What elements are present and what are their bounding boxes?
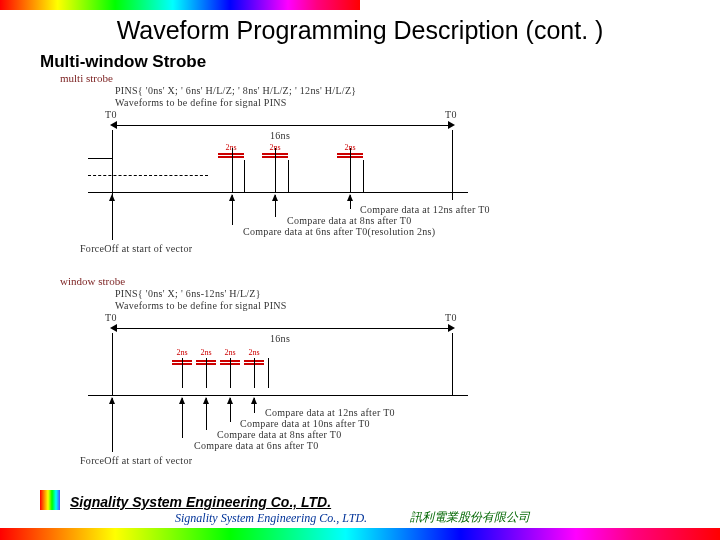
page-title: Waveform Programming Description (cont. … — [0, 16, 720, 45]
section1-cmp8: Compare data at 8ns after T0 — [287, 215, 412, 226]
arrow-6ns — [232, 195, 233, 225]
section2-heading: window strobe — [60, 275, 125, 287]
s2-t0r — [452, 333, 453, 395]
s2-arrow-10 — [230, 398, 231, 422]
baseline1 — [88, 192, 468, 193]
seg1-tick-b — [244, 160, 245, 192]
seg3-tick-b — [363, 160, 364, 192]
section1-code: PINS{ '0ns' X; ' 6ns' H/L/Z; ' 8ns' H/L/… — [115, 85, 356, 96]
section2-desc: Waveforms to be define for signal PINS — [115, 300, 287, 311]
section2-force: ForceOff at start of vector — [80, 455, 192, 466]
s2-t5 — [268, 358, 269, 388]
top-gradient-bar — [0, 0, 360, 10]
s2-t4 — [254, 358, 255, 388]
seg2-tick-a — [275, 148, 276, 192]
s2-arrow-12 — [254, 398, 255, 413]
section1-heading: multi strobe — [60, 72, 113, 84]
s2-seg1-l: 2ns — [170, 348, 194, 357]
section2-code: PINS{ '0ns' X; ' 6ns-12ns' H/L/Z} — [115, 288, 261, 299]
s2-t0l — [112, 333, 113, 395]
seg1-tick-a — [232, 148, 233, 192]
s2-t2 — [206, 358, 207, 388]
section2-cmp8: Compare data at 8ns after T0 — [217, 429, 342, 440]
arrow-forceoff1 — [112, 195, 113, 240]
baseline2 — [88, 395, 468, 396]
seg2-tick-b — [288, 160, 289, 192]
section1-desc: Waveforms to be define for signal PINS — [115, 97, 287, 108]
s2-seg2-l: 2ns — [194, 348, 218, 357]
bottom-gradient-bar — [0, 528, 720, 540]
footer-en: Signality System Engineering Co., LTD. — [175, 511, 367, 526]
s2-seg3-l: 2ns — [218, 348, 242, 357]
s2-t1 — [182, 358, 183, 388]
footer-zh: 訊利電業股份有限公司 — [410, 509, 530, 526]
t0-right-tick — [452, 130, 453, 200]
page-subtitle: Multi-window Strobe — [40, 52, 206, 72]
seg3-tick-a — [350, 148, 351, 192]
section1-seg1-label: 2ns — [216, 143, 246, 152]
arrow-12ns — [350, 195, 351, 209]
red-seg-1b — [218, 156, 244, 158]
section1-cmp12: Compare data at 12ns after T0 — [360, 204, 490, 215]
section1-force: ForceOff at start of vector — [80, 243, 192, 254]
company-name: Signality System Engineering Co., LTD. — [70, 494, 331, 510]
section2-cmp10: Compare data at 10ns after T0 — [240, 418, 370, 429]
section2-cmp6: Compare data at 6ns after T0 — [194, 440, 319, 451]
arrow-8ns — [275, 195, 276, 217]
red-seg-1 — [218, 153, 244, 155]
s2-t3 — [230, 358, 231, 388]
section1-cmp6: Compare data at 6ns after T0(resolution … — [243, 226, 435, 237]
section1-period: 16ns — [270, 130, 290, 141]
company-logo-square — [40, 490, 60, 510]
s2-arrow-6 — [182, 398, 183, 438]
section2-period: 16ns — [270, 333, 290, 344]
s2-arrow-8 — [206, 398, 207, 430]
wave-h1 — [88, 158, 113, 159]
section2-cmp12: Compare data at 12ns after T0 — [265, 407, 395, 418]
wave-hdash — [88, 175, 208, 176]
s2-seg4-l: 2ns — [242, 348, 266, 357]
s2-arrow-force — [112, 398, 113, 452]
t0-left-tick — [112, 130, 113, 200]
